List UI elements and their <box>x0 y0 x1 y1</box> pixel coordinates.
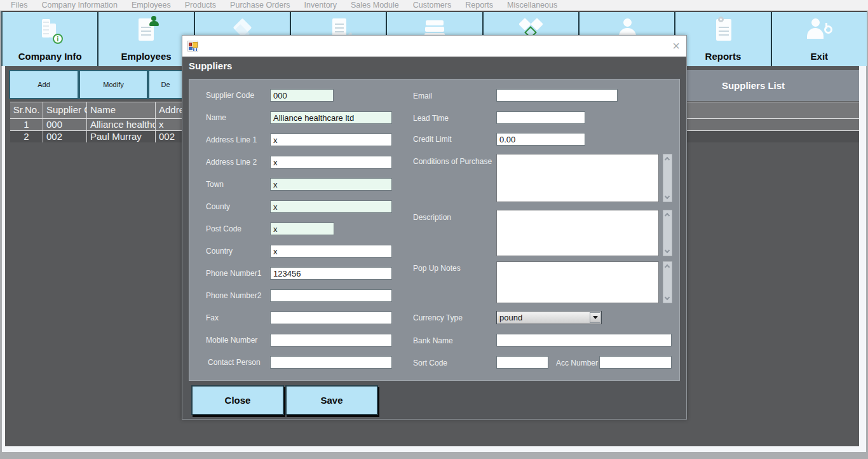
email-input[interactable] <box>496 89 618 102</box>
sort-code-input[interactable] <box>496 356 548 369</box>
supplier-code-label: Supplier Code <box>206 91 254 100</box>
credit-limit-input[interactable]: 0.00 <box>496 133 585 146</box>
bank-name-input[interactable] <box>496 334 672 346</box>
menu-company-information[interactable]: Company Information <box>34 1 125 10</box>
report-document-icon <box>707 15 739 46</box>
add-button[interactable]: Add <box>9 70 79 99</box>
menu-miscellaneous[interactable]: Miscellaneous <box>500 1 564 10</box>
employee-document-icon <box>130 15 162 46</box>
toolbar-employees-button[interactable]: Employees <box>98 12 194 66</box>
cell-name: Paul Murray <box>87 131 156 142</box>
town-input[interactable]: x <box>270 178 392 191</box>
dialog-header: Suppliers <box>182 57 686 74</box>
lead-time-input[interactable] <box>496 111 585 124</box>
column-header-name[interactable]: Name <box>87 102 156 118</box>
company-building-info-icon: i <box>34 15 66 46</box>
phone-number1-label: Phone Number1 <box>206 269 261 278</box>
dropdown-button[interactable] <box>590 312 600 323</box>
application-window: Files Company Information Employees Prod… <box>0 0 868 459</box>
name-input[interactable]: Alliance healthcare ltd <box>270 111 392 124</box>
close-icon[interactable]: × <box>672 38 680 54</box>
sort-code-label: Sort Code <box>413 359 447 367</box>
menu-reports[interactable]: Reports <box>458 1 500 10</box>
menu-customers[interactable]: Customers <box>406 1 458 10</box>
town-label: Town <box>206 180 224 189</box>
suppliers-list-title: Suppliers List <box>722 80 785 91</box>
conditions-of-purchase-textarea[interactable] <box>496 154 659 202</box>
lead-time-label: Lead Time <box>413 114 449 123</box>
suppliers-dialog: × Suppliers Supplier Code 000 Name Allia… <box>182 35 687 420</box>
contact-person-input[interactable] <box>270 356 392 369</box>
conditions-of-purchase-label: Conditions of Purchase <box>413 157 492 166</box>
address-line1-label: Address Line 1 <box>206 135 257 144</box>
cell-supplier-code: 000 <box>43 119 87 130</box>
cell-srno: 1 <box>10 119 43 130</box>
fax-label: Fax <box>206 313 219 322</box>
menu-products[interactable]: Products <box>178 1 223 10</box>
column-header-srno[interactable]: Sr.No. <box>10 102 43 118</box>
pop-up-notes-label: Pop Up Notes <box>413 264 461 273</box>
menu-bar: Files Company Information Employees Prod… <box>0 0 868 11</box>
menu-purchase-orders[interactable]: Purchase Orders <box>223 1 297 10</box>
chevron-down-icon <box>593 316 598 319</box>
post-code-label: Post Code <box>206 224 241 233</box>
supplier-code-input[interactable]: 000 <box>270 89 334 102</box>
save-button[interactable]: Save <box>285 385 378 415</box>
cell-supplier-code: 002 <box>43 131 87 142</box>
exit-power-person-icon <box>803 15 835 46</box>
address-line1-input[interactable]: x <box>270 134 392 146</box>
currency-type-dropdown[interactable]: pound <box>496 311 602 324</box>
phone-number2-input[interactable] <box>270 289 392 302</box>
bank-name-label: Bank Name <box>413 336 453 345</box>
address-line2-input[interactable]: x <box>270 156 392 168</box>
menu-inventory[interactable]: Inventory <box>297 1 344 10</box>
currency-type-label: Currency Type <box>413 313 463 322</box>
mobile-number-label: Mobile Number <box>206 336 257 345</box>
post-code-input[interactable]: x <box>270 223 334 235</box>
cell-name: Alliance healthca <box>87 119 156 130</box>
toolbar-exit-button[interactable]: Exit <box>772 12 867 66</box>
dialog-title: Suppliers <box>182 60 232 71</box>
name-label: Name <box>206 113 226 122</box>
toolbar-company-info-button[interactable]: i Company Info <box>3 12 98 66</box>
delete-button[interactable]: De <box>148 70 182 99</box>
country-input[interactable]: x <box>270 245 392 257</box>
credit-limit-label: Credit Limit <box>413 135 452 144</box>
fax-input[interactable] <box>270 312 392 324</box>
toolbar-button-label: Company Info <box>3 51 97 62</box>
country-label: Country <box>206 247 233 256</box>
toolbar-button-label: Employees <box>98 51 193 62</box>
cell-srno: 2 <box>10 131 43 142</box>
description-label: Description <box>413 213 451 222</box>
toolbar-button-label: Exit <box>772 51 867 62</box>
pop-up-notes-textarea[interactable] <box>496 261 659 303</box>
conditions-scrollbar[interactable] <box>663 154 672 202</box>
mobile-number-input[interactable] <box>270 334 392 346</box>
currency-type-value: pound <box>499 313 522 322</box>
acc-number-input[interactable] <box>599 356 672 369</box>
toolbar-button-label: Reports <box>675 51 770 62</box>
winforms-app-icon <box>187 41 198 51</box>
description-textarea[interactable] <box>496 210 659 256</box>
toolbar-reports-button[interactable]: Reports <box>675 12 771 66</box>
phone-number1-input[interactable]: 123456 <box>270 267 392 280</box>
menu-employees[interactable]: Employees <box>125 1 178 10</box>
menu-sales-module[interactable]: Sales Module <box>344 1 406 10</box>
acc-number-label: Acc Number <box>556 359 598 367</box>
pop-up-notes-scrollbar[interactable] <box>663 261 672 303</box>
county-input[interactable]: x <box>270 200 392 213</box>
description-scrollbar[interactable] <box>663 210 672 256</box>
county-label: County <box>206 202 230 211</box>
close-button[interactable]: Close <box>191 385 284 415</box>
supplier-form-panel: Supplier Code 000 Name Alliance healthca… <box>189 79 680 381</box>
phone-number2-label: Phone Number2 <box>206 291 261 300</box>
contact-person-label: Contact Person <box>208 358 261 367</box>
email-label: Email <box>413 92 432 100</box>
modify-button[interactable]: Modify <box>79 70 148 99</box>
column-header-supplier-code[interactable]: Supplier C <box>43 102 87 118</box>
address-line2-label: Address Line 2 <box>206 158 257 167</box>
dialog-titlebar[interactable]: × <box>182 36 686 57</box>
menu-files[interactable]: Files <box>4 1 34 10</box>
